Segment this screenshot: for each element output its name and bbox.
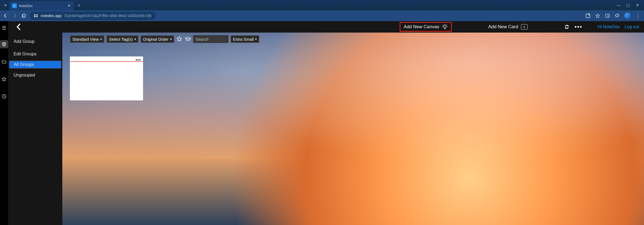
nav-back-button[interactable] — [2, 12, 9, 19]
rail-star-icon[interactable] — [0, 75, 8, 83]
size-select-label: Extra Small — [233, 37, 254, 42]
url-domain: notedex.app — [41, 14, 62, 18]
add-canvas-label: Add New Canvas — [404, 24, 439, 30]
svg-rect-2 — [34, 16, 35, 17]
groups-sidebar: Add Group Edit Groups All Groups Ungroup… — [8, 21, 62, 225]
order-select-label: Original Order — [143, 37, 169, 42]
add-card-label: Add New Card — [488, 24, 518, 30]
sidebar-item-all-groups[interactable]: All Groups — [9, 61, 61, 68]
sidebar-item-edit-groups[interactable]: Edit Groups — [9, 48, 61, 60]
tab-close-icon[interactable]: ✕ — [67, 4, 71, 8]
install-app-icon[interactable] — [585, 13, 590, 18]
chevron-down-icon: ▾ — [100, 37, 102, 41]
tab-list-dropdown[interactable] — [2, 1, 9, 9]
rail-stacks-icon[interactable] — [0, 40, 8, 48]
rail-recent-icon[interactable] — [0, 92, 8, 100]
note-card[interactable]: ••• — [70, 56, 143, 100]
tab-favicon: ≡ — [12, 3, 17, 8]
tab-title: NoteDex — [19, 4, 33, 8]
chevron-down-icon: ▾ — [255, 37, 257, 41]
window-titlebar: ≡ NoteDex ✕ ＋ ― ▢ ✕ — [0, 0, 644, 10]
svg-rect-4 — [586, 14, 590, 18]
card-menu-icon[interactable]: ••• — [135, 58, 141, 62]
address-bar[interactable]: notedex.app/CardsPage/047cda2f-ff6e-4f4b… — [30, 12, 156, 20]
browser-toolbar: notedex.app/CardsPage/047cda2f-ff6e-4f4b… — [0, 10, 644, 21]
search-input[interactable] — [193, 35, 228, 43]
graduation-cap-icon[interactable] — [185, 36, 191, 42]
svg-rect-0 — [34, 14, 35, 15]
window-minimize-icon[interactable]: ― — [617, 3, 620, 7]
svg-rect-5 — [606, 14, 609, 17]
greeting-link[interactable]: Hi NoteDex — [598, 24, 620, 29]
card-header-rule — [70, 61, 143, 62]
view-select[interactable]: Standard View ▾ — [70, 35, 104, 43]
add-new-canvas-button[interactable]: Add New Canvas — [400, 22, 452, 32]
more-menu-icon[interactable]: ••• — [575, 23, 582, 30]
tags-select[interactable]: Select Tag(s) ▾ — [106, 35, 138, 43]
sidebar-item-add-group[interactable]: Add Group — [9, 36, 61, 47]
nav-reload-button[interactable] — [21, 12, 27, 19]
side-panel-icon[interactable] — [605, 13, 610, 18]
sidebar-item-ungrouped[interactable]: Ungrouped — [9, 69, 61, 81]
nav-forward-button[interactable] — [11, 12, 18, 19]
background-image — [62, 33, 644, 225]
chevron-down-icon: ▾ — [170, 37, 172, 41]
new-tab-button[interactable]: ＋ — [77, 2, 82, 8]
site-settings-icon[interactable] — [34, 14, 38, 18]
extensions-icon[interactable] — [615, 13, 620, 18]
chevron-down-icon: ▾ — [134, 37, 136, 41]
profile-avatar[interactable] — [624, 13, 630, 19]
url-path: /CardsPage/047cda2f-ff6e-4f4b-9642-4d302… — [64, 14, 152, 18]
app-header: Add New Canvas Add New Card ＋ ••• Hi Not… — [12, 21, 644, 33]
logout-link[interactable]: Log out — [625, 24, 639, 29]
cards-toolbar: Standard View ▾ Select Tag(s) ▾ Original… — [70, 35, 259, 43]
menu-icon[interactable]: ☰ — [2, 25, 6, 31]
tags-select-label: Select Tag(s) — [109, 37, 132, 42]
svg-point-8 — [444, 25, 446, 28]
svg-rect-1 — [36, 14, 38, 15]
window-maximize-icon[interactable]: ▢ — [626, 3, 630, 7]
size-select[interactable]: Extra Small ▾ — [231, 35, 260, 43]
svg-rect-3 — [36, 16, 38, 17]
main-canvas: Standard View ▾ Select Tag(s) ▾ Original… — [62, 21, 644, 225]
browser-tab[interactable]: ≡ NoteDex ✕ — [9, 1, 74, 10]
browser-menu-icon[interactable]: ⋮ — [635, 13, 640, 19]
app-back-button[interactable] — [15, 23, 23, 31]
star-filter-icon[interactable] — [176, 36, 182, 42]
rail-folder-icon[interactable] — [0, 58, 8, 66]
bookmark-star-icon[interactable] — [595, 13, 600, 18]
view-select-label: Standard View — [72, 37, 99, 42]
window-close-icon[interactable]: ✕ — [636, 3, 639, 7]
lightbulb-icon — [442, 24, 448, 30]
sync-icon[interactable] — [564, 24, 570, 30]
left-rail: ☰ — [0, 21, 8, 225]
plus-icon: ＋ — [521, 24, 528, 30]
add-new-card-button[interactable]: Add New Card ＋ — [486, 23, 530, 31]
order-select[interactable]: Original Order ▾ — [141, 35, 174, 43]
